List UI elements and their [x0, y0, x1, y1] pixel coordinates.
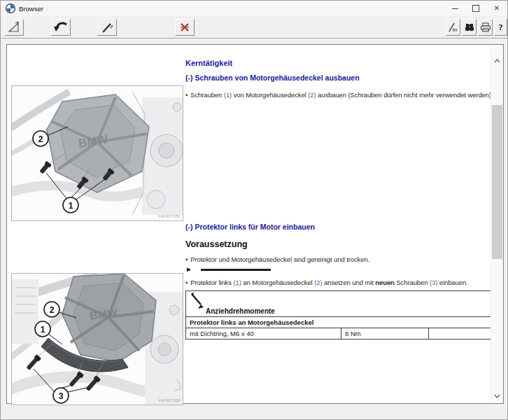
heading-core-activity: Kerntätigkeit — [185, 59, 232, 67]
search-icon — [463, 22, 476, 33]
scrollbar-thumb[interactable] — [492, 105, 502, 259]
continue-marker: ► — [185, 266, 271, 273]
minimize-button[interactable] — [444, 1, 465, 16]
contents-button[interactable] — [4, 19, 24, 36]
maximize-icon — [472, 5, 479, 12]
annotate-icon — [100, 21, 114, 34]
bmw-logo-icon — [6, 4, 15, 13]
maximize-button[interactable] — [465, 1, 486, 16]
torque-table-header-row: Anziehdrehmomente — [186, 291, 492, 317]
chevron-down-icon — [494, 394, 500, 398]
callout-ref-2: (2) — [314, 279, 322, 286]
titlebar: Browser ✕ — [1, 1, 507, 16]
units-icon: in — [447, 21, 460, 34]
figure1-callout-2: 2 — [38, 134, 43, 144]
figure1-watermark: K44 B77056 — [159, 214, 180, 218]
continue-line — [201, 269, 271, 271]
vertical-scrollbar[interactable] — [491, 45, 503, 403]
callout-ref-1: (1) — [224, 91, 232, 99]
figure-remove-screws: BMW 1 — [11, 85, 183, 221]
window-controls: ✕ — [444, 1, 507, 16]
toolbar: in — [1, 16, 507, 38]
torque-table-value-row: mit Dichtring, M6 x 40 8 Nm — [186, 328, 492, 340]
torque-extra — [429, 328, 492, 340]
callout-ref-1: (1) — [233, 279, 241, 286]
scroll-up-button[interactable] — [491, 55, 503, 66]
figure-install-protector: BMW 2 — [11, 273, 183, 405]
torque-section-label: Protektor links an Motorgehäusedeckel — [186, 317, 492, 328]
step-install-protector: •Protektor links (1) an Motorgehäusedeck… — [185, 279, 468, 286]
prerequisite-item: •Protektor und Motorgehäusedeckel sind g… — [185, 255, 369, 263]
figure2-callout-2: 2 — [50, 305, 55, 315]
figure2-callout-1: 1 — [41, 325, 45, 335]
toolbar-separator — [1, 38, 507, 38]
torque-desc: mit Dichtring, M6 x 40 — [186, 328, 341, 340]
figure2-callout-3: 3 — [59, 391, 64, 401]
torque-wrench-icon — [188, 292, 206, 312]
delete-annotation-button[interactable] — [175, 19, 195, 36]
back-icon — [53, 21, 69, 34]
help-button[interactable]: ? — [494, 19, 507, 36]
contents-icon — [7, 21, 21, 34]
units-label: in — [453, 27, 457, 33]
units-button[interactable]: in — [446, 19, 460, 36]
figure2-watermark: K44 B77080 — [159, 398, 180, 402]
chevron-up-icon — [494, 59, 500, 63]
heading-remove-screws[interactable]: (-) Schrauben von Motorgehäusedeckel aus… — [185, 74, 360, 82]
search-button[interactable] — [462, 19, 477, 36]
help-icon: ? — [498, 22, 503, 33]
figure1-callout-1: 1 — [69, 201, 73, 211]
bullet-icon: • — [185, 279, 188, 286]
back-button[interactable] — [51, 19, 71, 36]
minimize-icon — [452, 8, 458, 9]
print-icon — [479, 22, 492, 33]
step-remove-screws: •Schrauben (1) von Motorgehäusedeckel (2… — [185, 91, 493, 99]
torque-table-title: Anziehdrehmomente — [206, 307, 275, 315]
bullet-icon: • — [185, 255, 188, 263]
annotate-button[interactable] — [97, 19, 117, 36]
torque-value: 8 Nm — [341, 328, 429, 340]
content-panel: BMW 1 — [6, 44, 504, 404]
torque-table: Anziehdrehmomente Protektor links an Mot… — [185, 290, 492, 340]
torque-table-section-row: Protektor links an Motorgehäusedeckel — [186, 317, 492, 328]
print-button[interactable] — [478, 19, 493, 36]
close-icon: ✕ — [494, 5, 500, 12]
heading-prerequisite: Voraussetzung — [185, 239, 248, 249]
delete-annotation-icon — [178, 21, 191, 34]
bullet-icon: • — [185, 91, 188, 99]
close-button[interactable]: ✕ — [486, 1, 507, 16]
window-title: Browser — [19, 5, 43, 13]
callout-ref-3: (3) — [430, 279, 437, 286]
callout-ref-2: (2) — [308, 91, 316, 99]
heading-install-protector[interactable]: (-) Protektor links für Motor einbauen — [185, 223, 315, 231]
browser-window: Browser ✕ — [0, 0, 508, 420]
continue-arrow-icon: ► — [185, 266, 192, 273]
scroll-down-button[interactable] — [491, 390, 503, 402]
